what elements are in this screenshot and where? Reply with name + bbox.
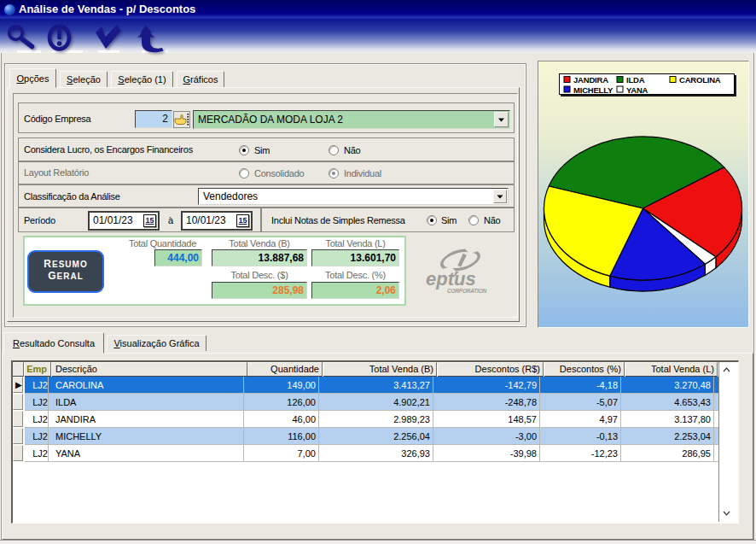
svg-text:CORPORATION: CORPORATION xyxy=(447,288,487,294)
svg-text:eptus: eptus xyxy=(426,268,476,290)
